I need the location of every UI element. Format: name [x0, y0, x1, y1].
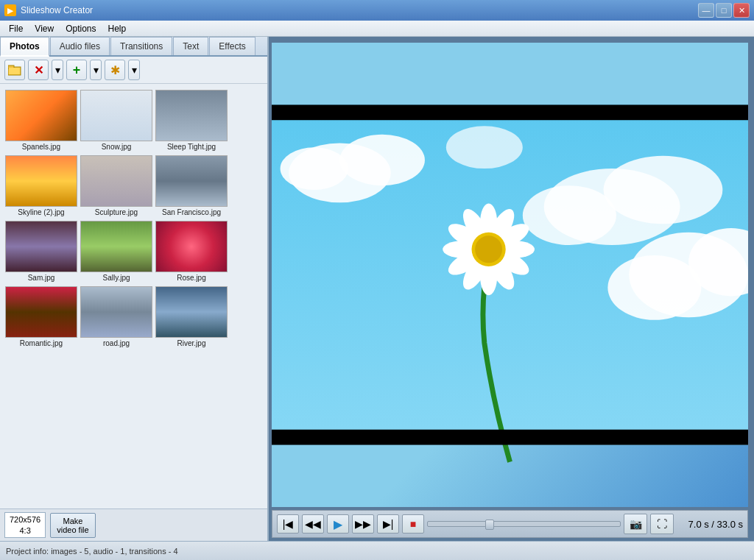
forward-end-button[interactable]: ▶|	[377, 514, 399, 534]
photo-label-skyline: Skyline (2).jpg	[18, 208, 64, 216]
fullscreen-button[interactable]: ⛶	[650, 514, 674, 534]
photo-thumb-sculpture	[80, 155, 152, 207]
preview-svg	[272, 43, 748, 507]
photo-thumb-sally	[80, 221, 152, 272]
progress-bar[interactable]	[427, 521, 621, 527]
svg-point-5	[339, 135, 425, 185]
photo-item-romantic[interactable]: Romantic.jpg	[4, 285, 78, 349]
delete-button[interactable]: ✕	[28, 60, 49, 80]
menu-file[interactable]: File	[3, 22, 29, 35]
main-container: Photos Audio files Transitions Text Effe…	[0, 37, 754, 541]
photo-thumb-sleeptight	[155, 90, 228, 141]
photo-label-spanels: Spanels.jpg	[22, 143, 60, 151]
photo-item-sleeptight[interactable]: Sleep Tight.jpg	[155, 88, 228, 152]
stop-button[interactable]: ■	[402, 514, 424, 534]
make-video-button[interactable]: Makevideo file	[50, 513, 95, 538]
app-icon: ▶	[4, 4, 16, 16]
camera-button[interactable]: 📷	[624, 514, 647, 534]
tab-audio[interactable]: Audio files	[50, 37, 110, 55]
add-dropdown[interactable]: ▾	[90, 60, 102, 80]
photos-toolbar: ✕ ▾ + ▾ ✱ ▾	[0, 57, 267, 84]
status-bar: Project info: images - 5, audio - 1, tra…	[0, 541, 754, 560]
preview-area	[272, 43, 748, 507]
title-bar-buttons: — □ ✕	[698, 3, 750, 18]
time-display: 7.0 s / 33.0 s	[677, 519, 743, 530]
photo-thumb-skyline	[5, 155, 77, 207]
photo-label-sleeptight: Sleep Tight.jpg	[167, 143, 216, 151]
photo-label-snow: Snow.jpg	[102, 143, 132, 151]
svg-rect-2	[9, 68, 20, 74]
video-controls-bottom: 720x576 4:3 Makevideo file	[0, 508, 267, 541]
photo-grid: Spanels.jpg Snow.jpg Sleep Tight.jpg Sky…	[3, 87, 264, 350]
photo-label-sam: Sam.jpg	[28, 274, 55, 282]
svg-point-27	[475, 235, 502, 263]
progress-thumb[interactable]	[485, 520, 494, 530]
photo-thumb-spanels	[5, 90, 77, 141]
open-folder-button[interactable]	[4, 60, 25, 80]
menu-bar: File View Options Help	[0, 21, 754, 37]
photo-item-river[interactable]: River.jpg	[155, 285, 228, 349]
photo-grid-container[interactable]: Spanels.jpg Snow.jpg Sleep Tight.jpg Sky…	[0, 84, 267, 508]
photo-item-snow[interactable]: Snow.jpg	[80, 88, 153, 152]
photo-item-sam[interactable]: Sam.jpg	[4, 219, 78, 283]
photo-label-sculpture: Sculpture.jpg	[95, 208, 138, 216]
photo-item-spanels[interactable]: Spanels.jpg	[4, 88, 78, 152]
left-panel: Photos Audio files Transitions Text Effe…	[0, 37, 269, 541]
photo-item-sculpture[interactable]: Sculpture.jpg	[80, 154, 153, 218]
forward-button[interactable]: ▶▶	[352, 514, 374, 534]
photo-thumb-rose	[155, 221, 228, 272]
photo-thumb-road	[80, 286, 152, 338]
minimize-button[interactable]: —	[698, 3, 714, 18]
close-button[interactable]: ✕	[733, 3, 750, 18]
menu-view[interactable]: View	[29, 22, 60, 35]
right-panel: |◀ ◀◀ ▶ ▶▶ ▶| ■ 📷 ⛶ 7.0 s / 33.0 s	[269, 37, 754, 541]
photo-label-river: River.jpg	[177, 339, 206, 347]
add-button[interactable]: +	[66, 60, 87, 80]
svg-rect-28	[272, 104, 748, 120]
photo-thumb-sam	[5, 221, 77, 272]
photo-thumb-snow	[80, 90, 152, 141]
photo-label-sanfran: San Francisco.jpg	[162, 208, 221, 216]
photo-label-rose: Rose.jpg	[177, 274, 205, 282]
tab-photos[interactable]: Photos	[0, 37, 49, 57]
menu-help[interactable]: Help	[102, 22, 133, 35]
menu-options[interactable]: Options	[60, 22, 102, 35]
svg-point-10	[446, 126, 523, 169]
video-size-display: 720x576 4:3	[4, 512, 46, 538]
play-button[interactable]: ▶	[327, 514, 349, 534]
svg-point-13	[607, 255, 701, 320]
tab-effects[interactable]: Effects	[209, 37, 255, 55]
photo-label-road: road.jpg	[103, 339, 130, 347]
playback-controls: |◀ ◀◀ ▶ ▶▶ ▶| ■ 📷 ⛶ 7.0 s / 33.0 s	[272, 510, 748, 538]
delete-dropdown[interactable]: ▾	[52, 60, 63, 80]
title-bar-text: Slideshow Creator	[21, 5, 694, 15]
special-dropdown[interactable]: ▾	[128, 60, 140, 80]
photo-label-sally: Sally.jpg	[102, 274, 130, 282]
maximize-button[interactable]: □	[716, 3, 732, 18]
photo-label-romantic: Romantic.jpg	[20, 339, 63, 347]
preview-image	[272, 43, 748, 507]
title-bar: ▶ Slideshow Creator — □ ✕	[0, 0, 754, 21]
photo-item-rose[interactable]: Rose.jpg	[155, 219, 228, 283]
photo-item-sally[interactable]: Sally.jpg	[80, 219, 153, 283]
svg-point-6	[281, 147, 348, 190]
svg-point-8	[604, 156, 723, 224]
tab-text[interactable]: Text	[173, 37, 208, 55]
photo-item-skyline[interactable]: Skyline (2).jpg	[4, 154, 78, 218]
photo-item-road[interactable]: road.jpg	[80, 285, 153, 349]
svg-point-9	[523, 185, 616, 245]
special-button[interactable]: ✱	[105, 60, 125, 80]
photo-thumb-river	[155, 286, 228, 338]
rewind-start-button[interactable]: |◀	[277, 514, 299, 534]
photo-thumb-sanfran	[155, 155, 228, 207]
photo-thumb-romantic	[5, 286, 77, 338]
tab-transitions[interactable]: Transitions	[110, 37, 172, 55]
photo-item-sanfran[interactable]: San Francisco.jpg	[155, 154, 228, 218]
status-text: Project info: images - 5, audio - 1, tra…	[6, 547, 178, 556]
rewind-button[interactable]: ◀◀	[302, 514, 324, 534]
svg-rect-29	[272, 430, 748, 445]
tab-bar: Photos Audio files Transitions Text Effe…	[0, 37, 267, 57]
